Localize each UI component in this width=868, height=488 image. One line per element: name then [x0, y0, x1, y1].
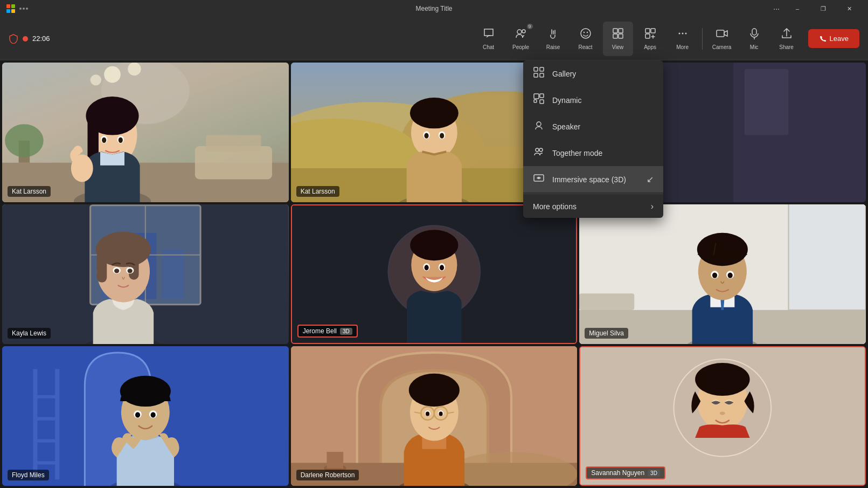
video-grid: Kat Larsson: [0, 60, 868, 488]
share-icon: [781, 28, 793, 42]
svg-point-70: [128, 269, 133, 273]
toolbar-react[interactable]: React: [571, 22, 601, 56]
gallery-icon: [533, 67, 545, 80]
more-options-label: More options: [533, 202, 577, 211]
react-icon: [580, 28, 592, 42]
svg-rect-139: [540, 94, 544, 98]
svg-rect-6: [619, 29, 623, 33]
svg-point-2: [581, 29, 591, 38]
toolbar-left: 22:06: [9, 34, 50, 44]
raise-label: Raise: [546, 44, 560, 50]
dropdown-immersive[interactable]: Immersive space (3D) ↙: [523, 166, 663, 193]
toolbar-share[interactable]: Share: [772, 22, 802, 56]
toolbar-people[interactable]: 9 People: [506, 22, 536, 56]
toolbar-raise[interactable]: Raise: [538, 22, 568, 56]
svg-point-25: [104, 66, 121, 83]
windows-logo: [6, 4, 15, 13]
title-bar-dots: [19, 8, 28, 10]
minimize-button[interactable]: –: [785, 0, 810, 17]
dropdown-speaker[interactable]: Speaker: [523, 113, 663, 140]
title-bar-left: [6, 4, 28, 13]
window-title: Meeting Title: [415, 5, 452, 12]
cursor-indicator: ↙: [647, 174, 654, 184]
mic-icon: [748, 28, 760, 42]
svg-point-142: [537, 122, 541, 126]
svg-point-26: [128, 63, 141, 75]
svg-point-69: [114, 269, 119, 273]
together-label: Together mode: [552, 149, 602, 157]
leave-button[interactable]: Leave: [808, 29, 859, 48]
people-icon: [515, 28, 527, 42]
svg-rect-5: [613, 29, 617, 33]
name-tag-7: Floyd Miles: [8, 470, 49, 480]
toolbar-chat[interactable]: Chat: [474, 22, 504, 56]
speaker-label: Speaker: [552, 122, 580, 131]
svg-point-15: [682, 32, 683, 34]
svg-rect-58: [162, 249, 184, 299]
chevron-right-icon: ›: [651, 202, 654, 211]
dropdown-dynamic[interactable]: Dynamic: [523, 87, 663, 113]
svg-point-36: [102, 138, 106, 143]
chat-icon: [483, 28, 495, 42]
svg-point-49: [424, 133, 428, 139]
svg-point-106: [135, 412, 140, 417]
recording-shield-icon: [9, 34, 18, 44]
apps-icon: [644, 28, 656, 42]
dropdown-gallery[interactable]: Gallery: [523, 60, 663, 87]
three-dots-btn[interactable]: ···: [769, 4, 784, 13]
toolbar-mic[interactable]: Mic: [739, 22, 769, 56]
svg-rect-24: [206, 135, 261, 152]
toolbar-camera[interactable]: Camera: [707, 22, 737, 56]
city-bg: [2, 204, 289, 344]
more-label: More: [676, 44, 689, 50]
svg-point-107: [151, 412, 156, 417]
toolbar-more[interactable]: More: [668, 22, 698, 56]
svg-point-27: [91, 74, 101, 85]
dropdown-together[interactable]: Together mode: [523, 140, 663, 166]
video-cell-6: Miguel Silva: [579, 204, 866, 344]
apps-label: Apps: [644, 44, 656, 50]
svg-point-92: [712, 272, 717, 278]
svg-point-130: [695, 363, 749, 396]
view-dropdown: Gallery Dynamic Speaker: [523, 60, 663, 218]
svg-point-37: [119, 138, 123, 143]
together-icon: [533, 146, 545, 160]
svg-point-1: [522, 30, 525, 33]
name-tag-4: Kayla Lewis: [8, 328, 51, 339]
svg-rect-136: [534, 73, 538, 77]
people-count-badge: 9: [527, 24, 533, 29]
badge-3d-9: 3D: [648, 470, 660, 477]
svg-rect-11: [645, 34, 650, 38]
video-cell-7: Floyd Miles: [2, 346, 289, 486]
svg-rect-10: [651, 29, 655, 33]
svg-rect-141: [540, 100, 544, 104]
svg-point-4: [586, 31, 587, 32]
dynamic-label: Dynamic: [552, 96, 581, 105]
toolbar-view[interactable]: View: [603, 22, 633, 56]
svg-point-93: [728, 272, 733, 278]
title-bar: Meeting Title ··· – ❐ ✕: [0, 0, 868, 17]
dropdown-more-options[interactable]: More options ›: [523, 195, 663, 218]
close-button[interactable]: ✕: [837, 0, 862, 17]
svg-rect-9: [645, 29, 650, 33]
svg-point-14: [678, 32, 680, 34]
maximize-button[interactable]: ❐: [811, 0, 836, 17]
timer: 22:06: [32, 35, 50, 43]
svg-rect-8: [619, 34, 623, 38]
video-cell-1: Kat Larsson: [2, 63, 289, 202]
more-icon: [677, 28, 689, 42]
raise-icon: [547, 28, 559, 42]
svg-point-29: [5, 124, 44, 157]
name-tag-6: Miguel Silva: [585, 328, 628, 339]
camera-label: Camera: [712, 44, 732, 50]
toolbar-apps[interactable]: Apps: [635, 22, 665, 56]
recording-dot: [23, 36, 28, 42]
svg-rect-85: [579, 293, 634, 310]
svg-rect-18: [752, 29, 756, 35]
cream-bg-9: [580, 347, 865, 485]
svg-rect-135: [540, 67, 544, 71]
view-icon: [612, 28, 624, 42]
speaker-icon: [533, 120, 545, 133]
name-tag-2: Kat Larsson: [296, 186, 339, 197]
name-tag-1: Kat Larsson: [8, 186, 51, 197]
